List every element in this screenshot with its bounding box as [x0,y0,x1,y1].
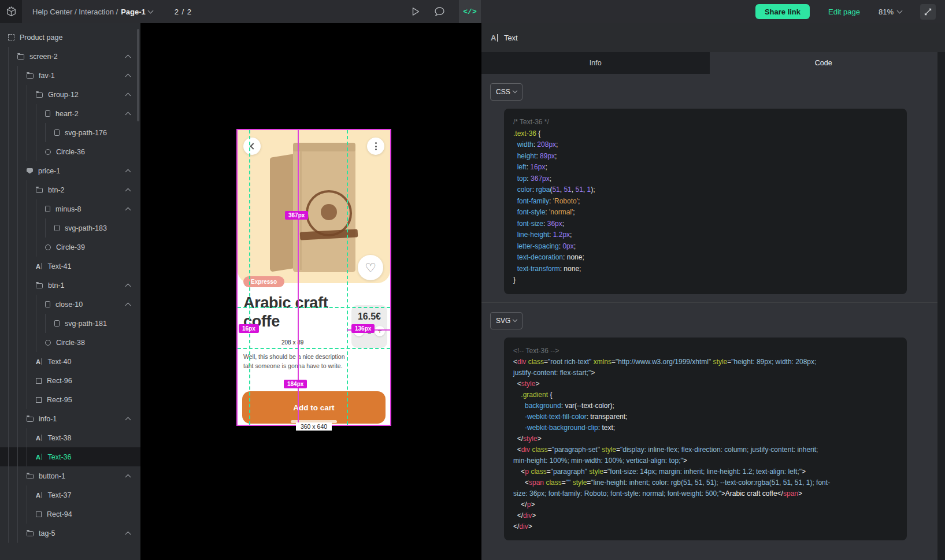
indent-guide [8,218,17,238]
increase-quantity-button[interactable]: + [375,326,385,336]
more-menu-button[interactable] [367,138,384,155]
artboard-size-label: 360 x 640 [236,421,391,431]
indent-guide [17,199,27,218]
layer-row-Circle-38[interactable]: Circle-38 [0,333,140,352]
svg-file-icon [54,320,60,327]
collapse-chevron-icon[interactable] [125,73,131,79]
rect-shape-icon [36,511,42,517]
layer-row-Text-37[interactable]: AText-37 [0,485,140,505]
rect-shape-icon [36,397,42,403]
layer-row-Circle-39[interactable]: Circle-39 [0,238,140,257]
share-link-button[interactable]: Share link [755,4,810,19]
zoom-level: 81% [879,8,894,16]
layer-row-Text-40[interactable]: AText-40 [0,352,140,371]
layer-row-svg-path-183[interactable]: svg-path-183 [0,218,140,238]
indent-guide [8,142,17,161]
collapse-chevron-icon[interactable] [125,283,131,289]
layer-row-tag-5[interactable]: tag-5 [0,524,140,543]
layer-row-btn-1[interactable]: btn-1 [0,276,140,295]
product-title[interactable]: Arabic craft coffe [243,294,347,331]
measure-badge-bottom: 184px [284,380,307,388]
collapse-chevron-icon[interactable] [125,417,131,422]
indent-guide [36,142,45,161]
fullscreen-button[interactable] [920,4,936,20]
collapse-chevron-icon[interactable] [125,54,131,60]
layer-row-Text-36[interactable]: AText-36 [0,447,140,466]
indent-guide [17,161,27,180]
layer-row-heart-2[interactable]: heart-2 [0,104,140,123]
product-description[interactable]: Well, this should be a nice description … [243,352,352,371]
text-layer-icon: A [36,263,42,270]
comment-icon [434,6,445,17]
indent-guide [36,238,45,257]
sidebar-scrollbar[interactable] [137,29,139,121]
layer-row-svg-path-181[interactable]: svg-path-181 [0,314,140,333]
svg-language-select[interactable]: SVG [490,312,522,329]
layer-label: close-10 [55,301,83,309]
inspector-scrollbar[interactable] [937,52,945,560]
breadcrumb[interactable]: Help Center / Interaction / Page-1 [32,8,153,16]
indent-guide [17,371,27,390]
breadcrumb-current: Page-1 [121,8,146,16]
layer-row-Text-38[interactable]: AText-38 [0,428,140,447]
layer-row-Rect-94[interactable]: Rect-94 [0,505,140,524]
layer-label: screen-2 [29,53,58,61]
collapse-chevron-icon[interactable] [125,169,131,175]
layer-row-minus-8[interactable]: minus-8 [0,199,140,218]
layer-label: Group-12 [48,91,79,99]
indent-guide [8,85,17,104]
layer-row-Group-12[interactable]: Group-12 [0,85,140,104]
text-layer-icon: A [36,492,42,499]
back-button[interactable] [243,138,261,155]
collapse-chevron-icon[interactable] [125,474,131,480]
comment-button[interactable] [434,6,445,17]
circle-shape-icon [45,149,51,155]
heart-icon: ♡ [365,261,376,275]
indent-guide [27,142,36,161]
layer-label: tag-5 [39,529,55,537]
indent-guide [8,314,17,333]
collapse-chevron-icon[interactable] [125,531,131,537]
layer-row-price-1[interactable]: price-1 [0,161,140,180]
indent-guide [8,524,17,543]
screen-2-artboard[interactable]: ♡ Expresso Arabic craft coffe 208 x 89 1… [236,129,391,426]
add-to-cart-button[interactable]: Add to cart [242,391,386,424]
collapse-chevron-icon[interactable] [125,302,131,308]
layer-row-btn-2[interactable]: btn-2 [0,180,140,199]
indent-guide [17,142,27,161]
layer-label: Rect-94 [47,510,72,518]
collapse-chevron-icon[interactable] [125,207,131,213]
layer-row-button-1[interactable]: button-1 [0,466,140,485]
layer-row-Rect-95[interactable]: Rect-95 [0,390,140,409]
category-tag[interactable]: Expresso [243,276,284,287]
indent-guide [17,447,27,466]
app-logo[interactable] [0,0,22,23]
play-button[interactable] [412,7,420,16]
layers-tree: Product pagescreen-2fav-1Group-12heart-2… [0,23,140,543]
canvas[interactable]: ♡ Expresso Arabic craft coffe 208 x 89 1… [140,23,481,560]
layer-row-Rect-96[interactable]: Rect-96 [0,371,140,390]
layer-row-Product page[interactable]: Product page [0,28,140,47]
collapse-chevron-icon[interactable] [125,188,131,194]
layer-row-screen-2[interactable]: screen-2 [0,47,140,66]
layer-label: Circle-38 [56,339,85,347]
favorite-button[interactable]: ♡ [358,255,383,280]
layer-row-info-1[interactable]: info-1 [0,409,140,428]
tab-info[interactable]: Info [481,52,710,74]
indent-guide [27,123,36,142]
collapse-chevron-icon[interactable] [125,112,131,117]
layer-row-Circle-36[interactable]: Circle-36 [0,142,140,161]
zoom-control[interactable]: 81% [879,8,902,16]
edit-page-link[interactable]: Edit page [828,8,860,16]
indent-guide [8,447,17,466]
layer-row-fav-1[interactable]: fav-1 [0,66,140,85]
indent-guide [27,352,36,371]
tab-code[interactable]: Code [710,52,938,74]
layers-panel: Product pagescreen-2fav-1Group-12heart-2… [0,23,140,560]
css-language-select[interactable]: CSS [490,83,522,101]
layer-row-svg-path-176[interactable]: svg-path-176 [0,123,140,142]
layer-row-close-10[interactable]: close-10 [0,295,140,314]
collapse-chevron-icon[interactable] [125,92,131,98]
code-mode-button[interactable]: </> [459,0,481,23]
layer-row-Text-41[interactable]: AText-41 [0,257,140,276]
